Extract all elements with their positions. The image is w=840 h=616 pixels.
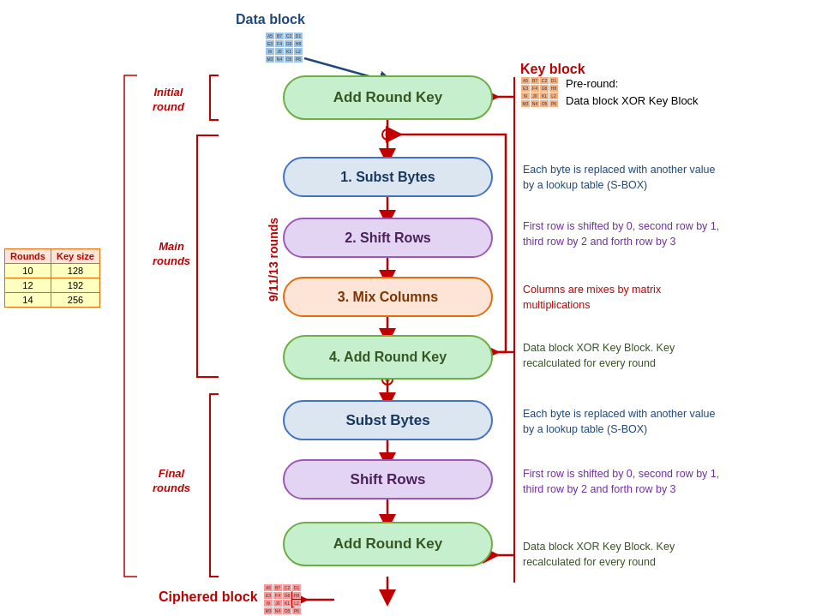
table-cell: 256	[51, 293, 99, 308]
rounds-rotated-label: 9/11/13 rounds	[267, 218, 280, 302]
pre-round-line1: Pre-round:	[566, 77, 618, 90]
table-cell: 12	[5, 278, 51, 293]
ciphered-block-grid: A5B7C2D1 E3F4G6H8 I9J0K1L2 M3N4O5P6	[264, 584, 301, 614]
table-header-rounds: Rounds	[5, 249, 51, 264]
table-row: 12 192	[5, 278, 100, 293]
desc-subst-bytes-main: Each byte is replaced with another value…	[523, 163, 715, 193]
pill-add-round-key-initial: Add Round Key	[283, 75, 493, 120]
pill-add-round-key-final: Add Round Key	[283, 522, 493, 566]
ciphered-block-label: Ciphered block	[159, 589, 258, 605]
svg-point-4	[385, 132, 390, 137]
bracket-final-rounds: Finalrounds	[153, 467, 190, 496]
pre-round-line2: Data block XOR Key Block	[566, 94, 699, 107]
table-cell: 192	[51, 278, 99, 293]
pre-round-desc: Pre-round: Data block XOR Key Block	[566, 75, 699, 109]
svg-point-3	[382, 129, 393, 140]
desc-add-round-key-main: Data block XOR Key Block. Keyrecalculate…	[523, 341, 675, 371]
bracket-main-rounds: Mainrounds	[153, 240, 190, 269]
table-cell: 128	[51, 264, 99, 278]
pill-shift-rows-main: 2. Shift Rows	[283, 218, 493, 258]
table-row: 10 128	[5, 264, 100, 278]
desc-add-round-key-final: Data block XOR Key Block. Keyrecalculate…	[523, 540, 675, 570]
desc-mix-columns: Columns are mixes by matrixmultiplicatio…	[523, 283, 661, 313]
table-cell: 14	[5, 293, 51, 308]
key-block-grid: A5B7C2D1 E3F4G6H8 I9J0K1L2 M3N4O5P6	[521, 77, 558, 107]
bracket-initial-round: Initialround	[153, 86, 184, 115]
diagram: Data block A5B7C2D1 E3F4G6H8 I9J0K1L2 M3…	[0, 0, 840, 616]
pill-shift-rows-final: Shift Rows	[283, 459, 493, 499]
data-block-label: Data block	[236, 12, 305, 27]
pill-subst-bytes-main: 1. Subst Bytes	[283, 157, 493, 197]
table-row: 14 256	[5, 293, 100, 308]
desc-subst-bytes-final: Each byte is replaced with another value…	[523, 407, 715, 437]
desc-shift-rows-main: First row is shifted by 0, second row by…	[523, 219, 719, 249]
pill-mix-columns-main: 3. Mix Columns	[283, 277, 493, 317]
table-cell: 10	[5, 264, 51, 278]
data-block-grid: A5B7C2D1 E3F4G6H8 I9J0K1L2 M3N4O5P6	[266, 33, 303, 63]
rounds-table: Rounds Key size 10 128 12 192 14 256	[4, 248, 100, 308]
pill-add-round-key-main: 4. Add Round Key	[283, 335, 493, 380]
pill-subst-bytes-final: Subst Bytes	[283, 400, 493, 440]
table-header-keysize: Key size	[51, 249, 99, 264]
desc-shift-rows-final: First row is shifted by 0, second row by…	[523, 467, 719, 497]
